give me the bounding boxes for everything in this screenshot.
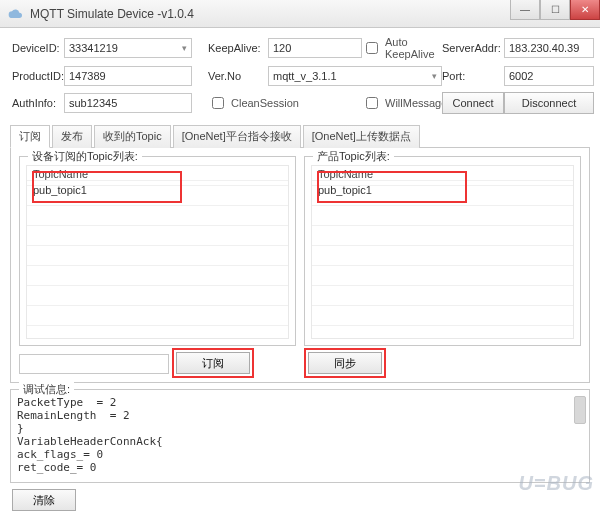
debug-group: 调试信息: PacketType = 2 RemainLength = 2 } …: [10, 389, 590, 483]
server-addr-label: ServerAddr:: [442, 42, 504, 54]
device-id-label: DeviceID:: [12, 42, 64, 54]
tab-onenet-upload[interactable]: [OneNet]上传数据点: [303, 125, 420, 148]
product-topic-list[interactable]: TopicName pub_topic1: [311, 165, 574, 339]
device-topic-title: 设备订阅的Topic列表:: [28, 149, 142, 164]
disconnect-button[interactable]: Disconnect: [504, 92, 594, 114]
connect-button[interactable]: Connect: [442, 92, 504, 114]
close-button[interactable]: ✕: [570, 0, 600, 20]
product-topic-group: 产品Topic列表: TopicName pub_topic1: [304, 156, 581, 346]
window-title: MQTT Simulate Device -v1.0.4: [30, 7, 194, 21]
authinfo-label: AuthInfo:: [12, 97, 64, 109]
tab-received-topic[interactable]: 收到的Topic: [94, 125, 171, 148]
device-id-combo[interactable]: 33341219 ▾: [64, 38, 192, 58]
title-bar: MQTT Simulate Device -v1.0.4 — ☐ ✕: [0, 0, 600, 28]
product-topic-title: 产品Topic列表:: [313, 149, 394, 164]
keepalive-label: KeepAlive:: [208, 42, 268, 54]
tab-subscribe[interactable]: 订阅: [10, 125, 50, 148]
window-controls: — ☐ ✕: [510, 0, 600, 20]
willmessage-checkbox[interactable]: WillMessage: [362, 94, 442, 112]
port-input[interactable]: [504, 66, 594, 86]
sync-button[interactable]: 同步: [308, 352, 382, 374]
list-header: TopicName: [27, 166, 288, 181]
port-label: Port:: [442, 70, 504, 82]
cleansession-checkbox[interactable]: CleanSession: [208, 94, 362, 112]
device-topic-list[interactable]: TopicName pub_topic1: [26, 165, 289, 339]
scrollbar-thumb[interactable]: [574, 396, 586, 424]
authinfo-input[interactable]: [64, 93, 192, 113]
tab-strip: 订阅 发布 收到的Topic [OneNet]平台指令接收 [OneNet]上传…: [10, 124, 590, 148]
product-id-input[interactable]: [64, 66, 192, 86]
cloud-icon: [8, 8, 24, 20]
minimize-button[interactable]: —: [510, 0, 540, 20]
maximize-button[interactable]: ☐: [540, 0, 570, 20]
subscribe-topic-input[interactable]: [19, 354, 169, 374]
server-addr-input[interactable]: [504, 38, 594, 58]
debug-output[interactable]: PacketType = 2 RemainLength = 2 } Variab…: [17, 396, 571, 476]
debug-title: 调试信息:: [19, 382, 74, 397]
auto-keepalive-checkbox[interactable]: Auto KeepAlive: [362, 36, 442, 60]
product-id-label: ProductID:: [12, 70, 64, 82]
verno-label: Ver.No: [208, 70, 268, 82]
connection-form: DeviceID: 33341219 ▾ KeepAlive: Auto Kee…: [0, 28, 600, 118]
list-item[interactable]: pub_topic1: [312, 181, 573, 199]
list-item[interactable]: pub_topic1: [27, 181, 288, 199]
tab-publish[interactable]: 发布: [52, 125, 92, 148]
list-header: TopicName: [312, 166, 573, 181]
clear-button[interactable]: 清除: [12, 489, 76, 511]
subscribe-button[interactable]: 订阅: [176, 352, 250, 374]
device-id-value: 33341219: [69, 42, 118, 54]
keepalive-input[interactable]: [268, 38, 362, 58]
verno-combo[interactable]: mqtt_v_3.1.1 ▾: [268, 66, 442, 86]
tab-body-subscribe: 设备订阅的Topic列表: TopicName pub_topic1 产品Top…: [10, 148, 590, 383]
chevron-down-icon: ▾: [432, 71, 437, 81]
device-topic-group: 设备订阅的Topic列表: TopicName pub_topic1: [19, 156, 296, 346]
chevron-down-icon: ▾: [182, 43, 187, 53]
verno-value: mqtt_v_3.1.1: [273, 70, 337, 82]
tab-onenet-cmd[interactable]: [OneNet]平台指令接收: [173, 125, 301, 148]
